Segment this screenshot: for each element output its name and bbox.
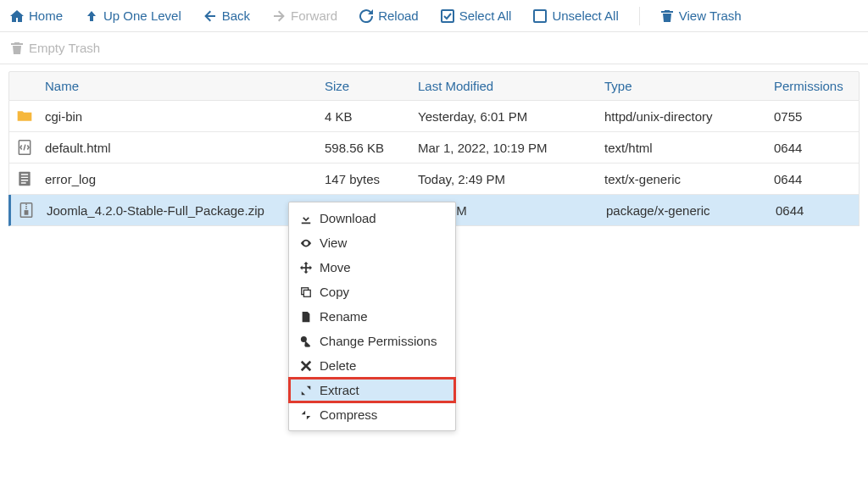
unselect-all-label: Unselect All xyxy=(552,8,618,23)
file-permissions: 0644 xyxy=(769,141,862,155)
file-name: Joomla_4.2.0-Stable-Full_Package.zip xyxy=(42,203,321,218)
view-trash-label: View Trash xyxy=(679,8,742,23)
header-type[interactable]: Type xyxy=(599,79,769,93)
svg-rect-4 xyxy=(20,203,31,218)
file-modified: Mar 1, 2022, 10:19 PM xyxy=(413,141,599,155)
header-last-modified[interactable]: Last Modified xyxy=(413,79,599,93)
file-name: cgi-bin xyxy=(40,109,320,124)
select-all-button[interactable]: Select All xyxy=(439,5,514,26)
svg-rect-0 xyxy=(442,10,453,22)
header-permissions[interactable]: Permissions xyxy=(769,79,862,93)
empty-trash-label: Empty Trash xyxy=(29,41,100,55)
file-size: 598.56 KB xyxy=(320,141,413,155)
reload-button[interactable]: Reload xyxy=(358,5,420,26)
menu-download-label: Download xyxy=(320,211,376,225)
back-button[interactable]: Back xyxy=(202,5,252,26)
file-type: text/html xyxy=(599,141,769,155)
svg-rect-3 xyxy=(19,172,30,186)
text-file-icon xyxy=(9,170,40,187)
home-icon xyxy=(10,9,24,23)
header-name[interactable]: Name xyxy=(40,79,320,93)
back-arrow-icon xyxy=(203,9,217,23)
up-label: Up One Level xyxy=(103,8,181,23)
back-label: Back xyxy=(222,8,250,23)
secondary-toolbar: Empty Trash xyxy=(0,32,868,64)
select-all-icon xyxy=(441,9,454,23)
file-modified: Yesterday, 6:01 PM xyxy=(413,109,599,124)
svg-rect-5 xyxy=(25,211,27,214)
menu-view[interactable]: View xyxy=(289,230,455,233)
menu-download[interactable]: Download xyxy=(289,206,455,230)
file-size: 147 bytes xyxy=(320,172,413,186)
file-type: httpd/unix-directory xyxy=(599,109,769,124)
table-row[interactable]: default.html 598.56 KB Mar 1, 2022, 10:1… xyxy=(8,132,860,163)
trash-icon xyxy=(10,42,24,55)
forward-button: Forward xyxy=(270,5,339,26)
forward-arrow-icon xyxy=(272,9,286,23)
file-type: text/x-generic xyxy=(599,172,769,186)
unselect-all-icon xyxy=(533,9,547,23)
html-file-icon xyxy=(9,139,40,156)
unselect-all-button[interactable]: Unselect All xyxy=(531,5,620,26)
download-icon xyxy=(299,213,313,224)
folder-icon xyxy=(9,108,40,125)
file-size: 4 KB xyxy=(320,109,413,124)
file-name: default.html xyxy=(40,141,320,155)
up-arrow-icon xyxy=(85,9,98,23)
table-row[interactable]: cgi-bin 4 KB Yesterday, 6:01 PM httpd/un… xyxy=(8,101,860,132)
reload-label: Reload xyxy=(378,8,419,23)
file-permissions: 0755 xyxy=(769,109,862,124)
home-button[interactable]: Home xyxy=(8,5,64,26)
empty-trash-button: Empty Trash xyxy=(8,37,860,58)
file-permissions: 0644 xyxy=(771,203,864,218)
file-permissions: 0644 xyxy=(769,172,862,186)
svg-rect-1 xyxy=(534,10,546,22)
file-type: package/x-generic xyxy=(601,203,771,218)
select-all-label: Select All xyxy=(459,8,512,23)
home-label: Home xyxy=(29,8,63,23)
view-trash-button[interactable]: View Trash xyxy=(659,5,743,26)
reload-icon xyxy=(359,9,373,23)
up-one-level-button[interactable]: Up One Level xyxy=(83,5,183,26)
table-header-row: Name Size Last Modified Type Permissions xyxy=(8,71,860,101)
file-name: error_log xyxy=(40,172,320,186)
file-modified: Today, 2:49 PM xyxy=(413,172,599,186)
table-row[interactable]: error_log 147 bytes Today, 2:49 PM text/… xyxy=(8,163,860,195)
context-menu: Download View Move Copy Rename Change Pe… xyxy=(288,202,456,233)
header-size[interactable]: Size xyxy=(320,79,413,93)
toolbar: Home Up One Level Back Forward Reload xyxy=(0,0,868,32)
forward-label: Forward xyxy=(291,8,337,23)
trash-icon xyxy=(660,9,674,23)
zip-file-icon xyxy=(11,202,42,219)
separator xyxy=(639,7,640,25)
